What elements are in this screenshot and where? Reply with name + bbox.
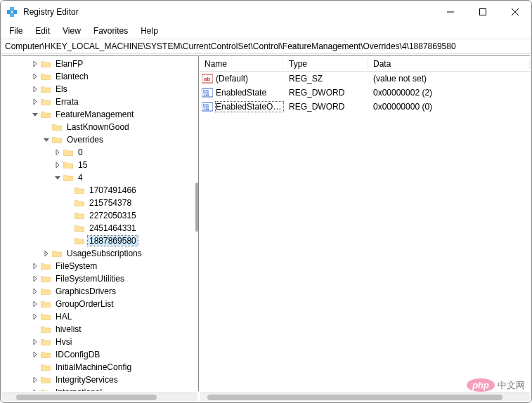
tree-item-label: 0 — [77, 147, 84, 157]
registry-tree: ElanFPElantechElsErrataFeatureManagement… — [2, 56, 198, 391]
chevron-right-icon[interactable] — [30, 389, 40, 392]
tree-item[interactable]: Errata — [2, 95, 198, 108]
chevron-down-icon[interactable] — [30, 111, 40, 119]
chevron-right-icon[interactable] — [30, 376, 40, 384]
chevron-right-icon[interactable] — [30, 86, 40, 93]
svg-rect-2 — [10, 7, 14, 11]
tree-pane[interactable]: ElanFPElantechElsErrataFeatureManagement… — [2, 56, 199, 391]
tree-item[interactable]: hivelist — [2, 323, 198, 336]
chevron-right-icon[interactable] — [30, 351, 40, 359]
maximize-icon — [479, 8, 486, 15]
chevron-right-icon[interactable] — [30, 300, 40, 308]
folder-icon — [74, 199, 85, 208]
chevron-right-icon[interactable] — [30, 263, 40, 270]
chevron-right-icon[interactable] — [30, 288, 40, 296]
chevron-right-icon[interactable] — [30, 313, 40, 321]
tree-item-label: FileSystemUtilities — [54, 274, 126, 284]
chevron-down-icon[interactable] — [41, 136, 51, 144]
folder-icon — [40, 325, 51, 334]
tree-item[interactable]: 2451464331 — [2, 222, 198, 234]
menu-edit[interactable]: Edit — [30, 25, 56, 37]
folder-icon — [63, 148, 74, 157]
tree-item[interactable]: Overrides — [2, 133, 198, 146]
tree-item-label: 1707491466 — [88, 185, 138, 195]
tree-item[interactable]: LastKnownGood — [2, 121, 198, 133]
value-row[interactable]: EnabledStateOp...REG_DWORD0x00000000 (0) — [199, 100, 530, 114]
svg-rect-3 — [10, 13, 14, 17]
dword-value-icon — [202, 87, 213, 98]
tree-item[interactable]: IntegrityServices — [2, 374, 198, 386]
tree-item[interactable]: Elantech — [2, 70, 198, 83]
tree-item[interactable]: FileSystemUtilities — [2, 272, 198, 285]
folder-icon — [51, 249, 63, 258]
maximize-button[interactable] — [467, 1, 499, 23]
tree-item-label: 2272050315 — [88, 211, 138, 220]
menu-view[interactable]: View — [57, 25, 86, 37]
folder-icon — [40, 300, 51, 309]
close-button[interactable] — [499, 1, 531, 23]
titlebar[interactable]: Registry Editor — [1, 1, 531, 23]
tree-item[interactable]: InitialMachineConfig — [2, 361, 198, 374]
tree-item[interactable]: FileSystem — [2, 260, 198, 272]
values-scroll-thumb[interactable] — [207, 395, 502, 400]
column-data[interactable]: Data — [368, 59, 530, 69]
tree-item[interactable]: GroupOrderList — [2, 298, 198, 310]
column-name[interactable]: Name — [199, 59, 283, 69]
tree-item[interactable]: GraphicsDrivers — [2, 285, 198, 298]
tree-item[interactable]: 0 — [2, 146, 198, 159]
values-header: Name Type Data — [199, 56, 530, 72]
address-bar[interactable]: Computer\HKEY_LOCAL_MACHINE\SYSTEM\Curre… — [1, 39, 531, 54]
value-row[interactable]: (Default)REG_SZ(value not set) — [199, 72, 530, 86]
registry-editor-window: Registry Editor File Edit View Favorites… — [0, 0, 532, 403]
values-pane[interactable]: Name Type Data (Default)REG_SZ(value not… — [199, 56, 530, 391]
address-text: Computer\HKEY_LOCAL_MACHINE\SYSTEM\Curre… — [5, 41, 456, 51]
value-data: (value not set) — [368, 74, 530, 84]
tree-item[interactable]: UsageSubscriptions — [2, 247, 198, 260]
folder-icon — [40, 262, 51, 271]
tree-item[interactable]: ElanFP — [2, 58, 198, 70]
tree-item[interactable]: 4 — [2, 171, 198, 184]
menu-help[interactable]: Help — [135, 25, 164, 37]
tree-item-label: InitialMachineConfig — [54, 362, 133, 372]
chevron-right-icon[interactable] — [53, 149, 63, 157]
tree-item[interactable]: 15 — [2, 159, 198, 171]
chevron-right-icon[interactable] — [30, 275, 40, 283]
chevron-right-icon[interactable] — [30, 60, 40, 68]
splitter-handle[interactable] — [195, 183, 198, 232]
value-row[interactable]: EnabledStateREG_DWORD0x00000002 (2) — [199, 86, 530, 100]
value-name: EnabledState — [216, 88, 283, 98]
tree-item-label: 15 — [77, 160, 89, 170]
folder-icon — [74, 224, 85, 233]
menu-favorites[interactable]: Favorites — [88, 25, 134, 37]
tree-item[interactable]: 215754378 — [2, 197, 198, 209]
value-type: REG_DWORD — [283, 102, 368, 112]
chevron-right-icon[interactable] — [30, 98, 40, 106]
menu-file[interactable]: File — [4, 25, 28, 37]
chevron-down-icon[interactable] — [53, 174, 63, 182]
tree-item[interactable]: FeatureManagement — [2, 108, 198, 121]
tree-item-label: Errata — [54, 97, 80, 107]
chevron-right-icon[interactable] — [30, 338, 40, 346]
column-type[interactable]: Type — [283, 59, 368, 69]
folder-icon — [74, 237, 85, 246]
chevron-right-icon[interactable] — [41, 250, 51, 258]
window-title: Registry Editor — [23, 7, 434, 17]
tree-scrollbar[interactable] — [2, 392, 197, 401]
chevron-right-icon[interactable] — [30, 73, 40, 81]
tree-item[interactable]: HAL — [2, 310, 198, 323]
tree-item-label: LastKnownGood — [65, 122, 131, 132]
close-icon — [512, 8, 519, 15]
tree-item[interactable]: IDConfigDB — [2, 348, 198, 361]
tree-item[interactable]: 1707491466 — [2, 184, 198, 197]
tree-item[interactable]: 2272050315 — [2, 209, 198, 222]
minimize-button[interactable] — [434, 1, 467, 23]
tree-item[interactable]: International — [2, 386, 198, 391]
tree-item[interactable]: Hvsi — [2, 336, 198, 348]
tree-scroll-thumb[interactable] — [16, 395, 157, 400]
value-name: (Default) — [216, 74, 283, 84]
values-scrollbar[interactable] — [200, 392, 530, 401]
tree-item[interactable]: Els — [2, 83, 198, 95]
chevron-right-icon[interactable] — [53, 161, 63, 169]
tree-item[interactable]: 1887869580 — [2, 234, 198, 247]
watermark: php 中文网 — [467, 378, 525, 392]
